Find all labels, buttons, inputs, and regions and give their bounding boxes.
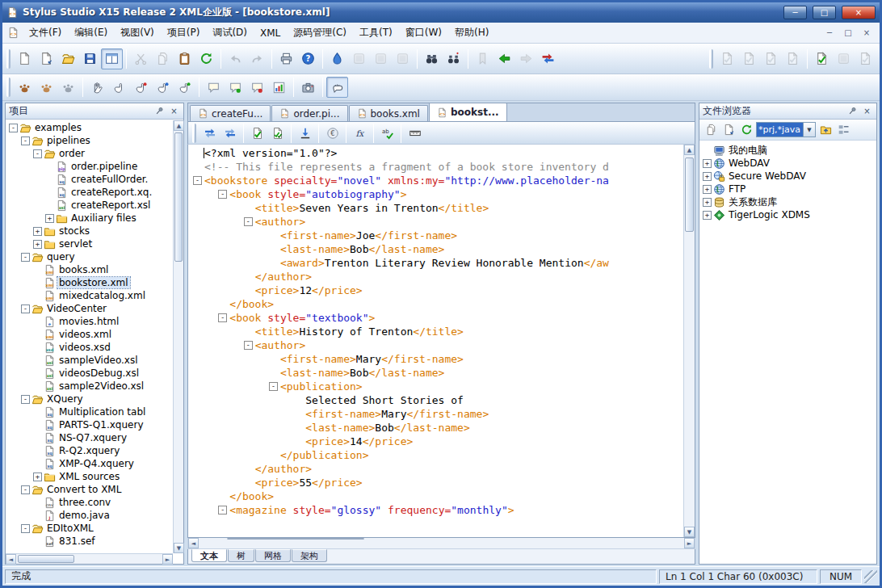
project-item-videosdebug-xsl[interactable]: xslvideosDebug.xsl [7,367,172,380]
file-browser-item-my-computer[interactable]: 我的电脑 [701,144,865,157]
menu-source-control[interactable]: 源码管理(C) [287,23,353,43]
project-item-createfullorder[interactable]: xqcreateFullOrder. [7,173,172,186]
code-line[interactable]: </author> [188,462,683,476]
fold-toggle[interactable]: - [218,313,227,322]
pan-hand-tool-button[interactable] [86,77,108,98]
code-line[interactable]: - <book style="textbook"> [188,311,683,325]
scroll-left-button[interactable]: ◄ [188,538,199,548]
open-file-button[interactable] [57,48,79,69]
scroll-right-button[interactable]: ► [684,538,695,548]
menu-help[interactable]: 帮助(H) [448,23,495,43]
file-browser-item-ftp[interactable]: +FTP [701,183,865,195]
mdi-restore-button[interactable]: □ [840,27,856,40]
project-item-three-conv[interactable]: cnvthree.conv [7,496,172,509]
project-item-bookstore-xml[interactable]: xmlbookstore.xml [7,276,172,289]
toolbar-grip[interactable] [192,124,196,143]
fold-toggle[interactable]: - [193,176,202,185]
collapse-toggle[interactable]: - [21,253,30,262]
expand-toggle[interactable]: + [33,227,42,236]
backmap-tool-4-button[interactable] [174,77,195,98]
doc-tab-bookstore-xml[interactable]: <>bookst... [429,103,507,121]
menu-tools[interactable]: 工具(T) [353,23,399,43]
file-browser-item-secure-webdav[interactable]: +Secure WebDAV [701,170,865,183]
annotation-tool-2-button[interactable] [225,77,246,98]
spell-check-button[interactable]: ab [377,124,397,143]
project-item-parts-q1[interactable]: xqPARTS-Q1.xquery [7,418,172,431]
project-item-samplevideo-xsl[interactable]: xslsampleVideo.xsl [7,354,172,367]
project-item-videos-xsd[interactable]: xsdvideos.xsd [7,341,172,354]
annotation-tool-3-button[interactable] [246,77,268,98]
project-tree-vertical-scrollbar[interactable]: ▲ ▼ [173,120,183,553]
show-all-files-button[interactable] [702,121,720,139]
collapse-toggle[interactable]: - [21,136,30,145]
paw-tool-3-button[interactable] [57,77,79,98]
project-item-createreport-xsl[interactable]: xslcreateReport.xsl [7,199,172,212]
project-item-createreport-xq[interactable]: xqcreateReport.xq. [7,186,172,199]
menu-view[interactable]: 视图(V) [114,23,161,43]
collapse-toggle[interactable]: - [21,304,30,313]
redo-button[interactable] [246,48,268,69]
project-item-ns-q7[interactable]: xqNS-Q7.xquery [7,431,172,444]
collapse-toggle[interactable]: - [21,524,30,533]
scrollbar-thumb[interactable] [227,538,364,540]
validate-button[interactable] [267,124,288,143]
scroll-up-button[interactable]: ▲ [174,120,184,131]
menu-file[interactable]: 文件(F) [23,23,68,43]
new-from-template-button[interactable] [36,48,57,69]
paw-tool-1-button[interactable] [14,77,36,98]
code-line[interactable]: <first-name>Mary</first-name> [188,352,683,366]
menu-window[interactable]: 窗口(W) [399,23,448,43]
menu-xml[interactable]: XML [254,24,287,42]
paw-tool-2-button[interactable] [36,77,57,98]
collapse-toggle[interactable]: - [21,395,30,404]
validate-document-button[interactable] [811,48,833,69]
mdi-minimize-button[interactable]: ─ [821,27,838,40]
validate-tool-2-button[interactable] [738,48,760,69]
paste-button[interactable] [174,48,195,69]
code-line[interactable]: <?xml version="1.0"?> [188,146,683,160]
code-line[interactable]: <title>History of Trenton</title> [188,325,683,338]
fold-toggle[interactable]: - [244,217,253,226]
code-line[interactable]: <first-name>Joe</first-name> [188,229,683,242]
view-options-button[interactable] [834,121,852,139]
code-line[interactable]: <last-name>Bob</last-name> [188,366,683,380]
editor-vertical-scrollbar[interactable]: ▲ ▼ [683,145,695,537]
maximize-button[interactable]: □ [813,6,836,19]
project-item-order[interactable]: -order [7,147,172,160]
navigate-back-button[interactable] [494,48,515,69]
view-tab-text[interactable]: 文本 [191,549,227,562]
expand-toggle[interactable]: + [703,198,712,207]
validate-tool-3-button[interactable] [760,48,782,69]
collapse-toggle[interactable]: - [9,124,18,132]
expand-toggle[interactable]: + [45,214,54,223]
window-resize-grip[interactable] [864,570,877,583]
new-document-button[interactable] [14,48,36,69]
code-line[interactable]: Selected Short Stories of [188,393,683,407]
print-button[interactable] [275,48,297,69]
project-item-xml-sources[interactable]: +XML sources [7,470,172,483]
up-one-level-button[interactable] [817,121,834,139]
project-item-videocenter[interactable]: -VideoCenter [7,302,172,315]
doc-tab-createfullorder[interactable]: <>createFu... [190,105,271,121]
minimize-button[interactable]: ─ [783,6,807,19]
xml-diff-button[interactable] [392,48,414,69]
validate-tool-1-button[interactable] [716,48,738,69]
expand-toggle[interactable]: + [703,172,712,181]
save-output-button[interactable] [295,124,315,143]
backmap-tool-3-button[interactable] [152,77,174,98]
toolbar-grip[interactable] [6,78,10,97]
expand-toggle[interactable]: + [703,211,712,220]
project-item-xquery-folder[interactable]: -XQuery [7,393,172,405]
find-in-files-button[interactable] [443,48,464,69]
project-item-mixedcatalog-xml[interactable]: xmlmixedcatalog.xml [7,289,172,302]
project-item-demo-java[interactable]: Jdemo.java [7,509,172,522]
expand-toggle[interactable]: + [33,240,42,249]
scroll-right-button[interactable]: ► [162,554,173,565]
undo-button[interactable] [225,48,246,69]
pin-icon[interactable] [846,106,859,117]
fold-toggle[interactable]: - [218,506,227,514]
code-line[interactable]: <last-name>Bob</last-name> [188,421,683,435]
code-line[interactable]: - <author> [188,215,683,229]
code-line[interactable]: </publication> [188,448,683,462]
project-item-order-pipeline[interactable]: piporder.pipeline [7,160,172,173]
